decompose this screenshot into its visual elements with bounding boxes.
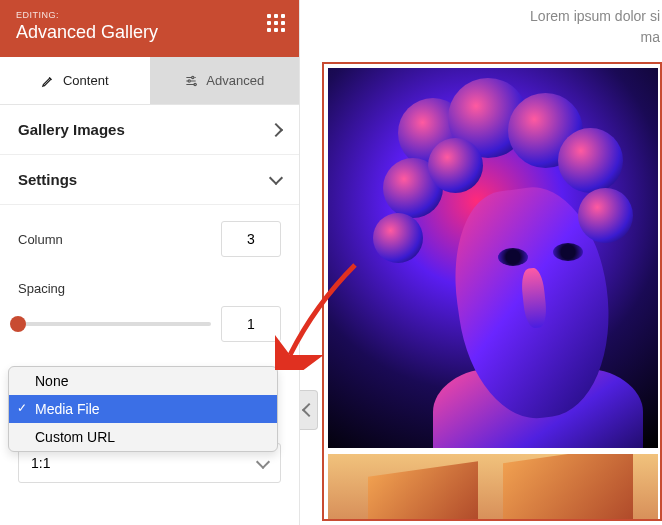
dropdown-option-custom-url[interactable]: Custom URL	[9, 423, 277, 451]
lorem-line-1: Lorem ipsum dolor si	[530, 8, 660, 24]
settings-body: Column Spacing	[0, 205, 299, 368]
tab-advanced[interactable]: Advanced	[150, 57, 300, 104]
editing-label: EDITING:	[16, 10, 283, 20]
chevron-left-icon	[301, 403, 315, 417]
section-settings-label: Settings	[18, 171, 77, 188]
tabs: Content Advanced	[0, 57, 299, 105]
tab-content-label: Content	[63, 73, 109, 88]
tab-advanced-label: Advanced	[206, 73, 264, 88]
dropdown-option-none[interactable]: None	[9, 367, 277, 395]
gallery-frame[interactable]	[322, 62, 662, 521]
svg-point-1	[188, 79, 190, 81]
spacing-control	[18, 300, 281, 358]
svg-point-0	[192, 76, 194, 78]
tab-content[interactable]: Content	[0, 57, 150, 104]
column-label: Column	[18, 232, 63, 247]
section-gallery-images-label: Gallery Images	[18, 121, 125, 138]
field-spacing: Spacing	[18, 269, 281, 300]
gallery-image-2[interactable]	[328, 454, 658, 519]
pencil-icon	[41, 74, 55, 88]
gallery-image-1[interactable]	[328, 68, 658, 448]
slider-thumb[interactable]	[10, 316, 26, 332]
link-to-dropdown: None Media File Custom URL	[8, 366, 278, 452]
spacing-label: Spacing	[18, 281, 65, 296]
chevron-down-icon	[269, 171, 283, 185]
spacing-input[interactable]	[221, 306, 281, 342]
section-gallery-images[interactable]: Gallery Images	[0, 105, 299, 155]
block-title: Advanced Gallery	[16, 22, 283, 43]
caret-down-icon	[256, 454, 270, 468]
drag-handle-icon[interactable]	[267, 14, 285, 32]
panel-header: EDITING: Advanced Gallery	[0, 0, 299, 57]
collapse-sidebar-button[interactable]	[300, 390, 318, 430]
column-input[interactable]	[221, 221, 281, 257]
spacing-slider[interactable]	[18, 322, 211, 326]
lorem-line-2: ma	[641, 29, 660, 45]
sliders-icon	[184, 74, 198, 88]
preview-canvas: Lorem ipsum dolor si ma	[322, 0, 662, 525]
aspect-ratio-value: 1:1	[31, 455, 50, 471]
field-column: Column	[18, 209, 281, 269]
lorem-text: Lorem ipsum dolor si ma	[322, 0, 662, 62]
svg-point-2	[194, 83, 196, 85]
chevron-right-icon	[269, 122, 283, 136]
section-settings[interactable]: Settings	[0, 155, 299, 205]
dropdown-option-media-file[interactable]: Media File	[9, 395, 277, 423]
